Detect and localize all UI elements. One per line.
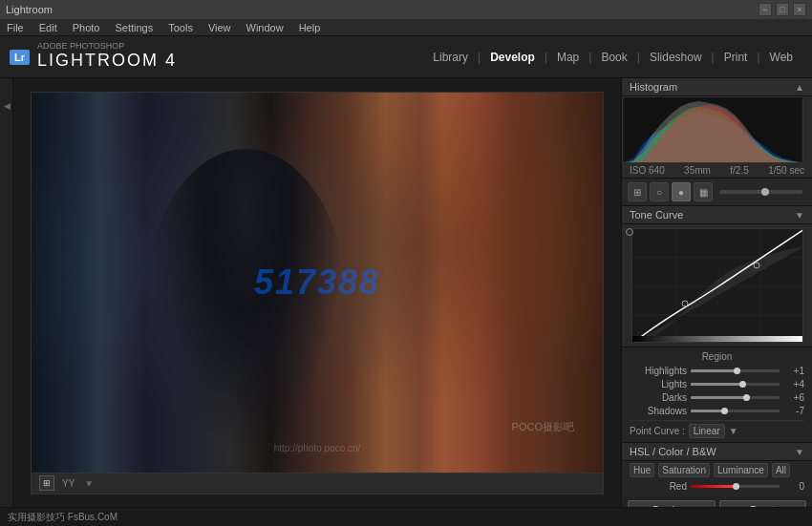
shadows-track[interactable] <box>691 410 780 412</box>
point-curve-row: Point Curve : Linear ▼ <box>630 420 804 438</box>
lights-track[interactable] <box>691 383 780 386</box>
menu-window[interactable]: Window <box>244 22 287 33</box>
highlights-row: Highlights +1 <box>630 366 804 376</box>
svg-rect-10 <box>632 336 803 343</box>
darks-value: +6 <box>783 392 804 403</box>
redeye-tool[interactable]: ● <box>672 182 691 201</box>
lights-label: Lights <box>630 379 687 389</box>
left-panel-arrow[interactable]: ◀ <box>2 101 11 111</box>
darks-track[interactable] <box>691 396 780 399</box>
tab-print[interactable]: Print <box>715 47 758 68</box>
app-title-main: LIGHTROOM 4 <box>37 51 177 71</box>
hsl-tab-hue[interactable]: Hue <box>630 463 654 477</box>
darks-thumb[interactable] <box>743 394 750 401</box>
tool-slider[interactable] <box>719 190 802 194</box>
lights-row: Lights +4 <box>630 379 804 389</box>
close-button[interactable]: × <box>793 3 806 16</box>
left-panel: ◀ <box>0 78 13 507</box>
app-logo: Lr ADOBE PHOTOSHOP LIGHTROOM 4 <box>10 43 177 71</box>
photo-frame: 517388 POCO摄影吧 http://photo.poco.cn/ <box>31 92 604 473</box>
menu-view[interactable]: View <box>205 22 234 33</box>
hist-shutter: 1/50 sec <box>768 165 804 176</box>
highlights-value: +1 <box>783 366 804 376</box>
highlights-thumb[interactable] <box>734 368 740 374</box>
previous-button[interactable]: Previous <box>628 500 716 507</box>
red-fill <box>691 485 736 488</box>
reset-button[interactable]: Reset <box>719 500 807 507</box>
region-label: Region <box>630 351 804 362</box>
red-thumb[interactable] <box>733 483 739 490</box>
hsl-tab-all[interactable]: All <box>772 463 790 477</box>
tone-curve-arrow[interactable]: ▼ <box>795 210 804 221</box>
highlights-label: Highlights <box>630 366 687 376</box>
histogram-meta: ISO 640 35mm f/2.5 1/50 sec <box>622 163 812 178</box>
tab-library[interactable]: Library <box>423 47 478 68</box>
highlights-track[interactable] <box>691 369 780 372</box>
action-buttons: Previous Reset <box>622 496 812 507</box>
tab-develop[interactable]: Develop <box>481 47 545 68</box>
hsl-tab-luminance[interactable]: Luminance <box>714 463 768 477</box>
hist-lens: 35mm <box>684 165 711 176</box>
point-curve-value[interactable]: Linear <box>689 424 725 438</box>
red-track[interactable] <box>691 485 780 488</box>
histogram-bars <box>622 96 803 163</box>
menu-settings[interactable]: Settings <box>112 22 156 33</box>
menu-tools[interactable]: Tools <box>165 22 196 33</box>
hsl-title: HSL / Color / B&W <box>630 446 716 457</box>
hist-iso: ISO 640 <box>630 165 665 176</box>
shadows-value: -7 <box>783 406 804 416</box>
tab-web[interactable]: Web <box>760 47 802 68</box>
lights-thumb[interactable] <box>739 381 746 388</box>
hsl-arrow[interactable]: ▼ <box>795 447 804 457</box>
menu-file[interactable]: File <box>4 22 27 33</box>
gradient-tool[interactable]: ▦ <box>694 182 713 201</box>
maximize-button[interactable]: □ <box>776 3 789 16</box>
darks-fill <box>691 396 746 399</box>
point-curve-arrow[interactable]: ▼ <box>729 426 738 436</box>
module-tabs: Library | Develop | Map | Book | Slidesh… <box>423 47 802 68</box>
main-content: ◀ 517388 POCO摄影吧 http://photo.poco.cn/ <box>0 78 812 507</box>
spot-tool[interactable]: ○ <box>650 182 669 201</box>
photo-placeholder: 517388 POCO摄影吧 http://photo.poco.cn/ <box>32 93 603 473</box>
tone-curve-header: Tone Curve ▼ <box>622 206 812 224</box>
photo-grid-icon[interactable]: ⊞ <box>39 475 54 491</box>
shadows-thumb[interactable] <box>721 408 728 414</box>
tab-map[interactable]: Map <box>547 47 588 68</box>
shadows-row: Shadows -7 <box>630 406 804 416</box>
shadows-label: Shadows <box>630 406 687 416</box>
darks-row: Darks +6 <box>630 392 804 403</box>
histogram-title: Histogram <box>630 81 677 93</box>
hsl-section: HSL / Color / B&W ▼ Hue Saturation Lumin… <box>622 442 812 496</box>
photo-bottom-bar: ⊞ YY ▼ <box>31 473 604 494</box>
right-panel: Histogram ▲ ISO 6 <box>621 78 812 507</box>
watermark2: POCO摄影吧 <box>512 420 574 434</box>
tone-curve-section: Tone Curve ▼ <box>622 206 812 347</box>
darks-label: Darks <box>630 392 687 403</box>
watermark: 517388 <box>254 263 380 303</box>
zoom-dropdown[interactable]: ▼ <box>84 478 94 489</box>
menu-edit[interactable]: Edit <box>36 22 60 33</box>
app-subtitle: ADOBE PHOTOSHOP <box>37 41 177 51</box>
tool-row: ⊞ ○ ● ▦ <box>622 179 812 206</box>
tab-slideshow[interactable]: Slideshow <box>640 47 712 68</box>
minimize-button[interactable]: − <box>759 3 772 16</box>
highlights-fill <box>691 369 737 372</box>
top-nav: Lr ADOBE PHOTOSHOP LIGHTROOM 4 Library |… <box>0 36 812 78</box>
photo-area: 517388 POCO摄影吧 http://photo.poco.cn/ ⊞ Y… <box>13 78 621 507</box>
tool-slider-thumb <box>761 188 769 196</box>
histogram-arrow[interactable]: ▲ <box>795 82 804 93</box>
hsl-tab-saturation[interactable]: Saturation <box>658 463 710 477</box>
crop-tool[interactable]: ⊞ <box>628 182 647 201</box>
menu-help[interactable]: Help <box>296 22 324 33</box>
hsl-sub-tabs: Hue Saturation Luminance All <box>622 461 812 479</box>
sliders-section: Region Highlights +1 Lights +4 Darks <box>622 347 812 442</box>
point-curve-label: Point Curve : <box>630 426 685 436</box>
menu-bar: File Edit Photo Settings Tools View Wind… <box>0 19 812 36</box>
menu-photo[interactable]: Photo <box>70 22 103 33</box>
tone-curve-graph[interactable] <box>631 228 803 343</box>
red-row: Red 0 <box>630 481 804 492</box>
red-label: Red <box>630 481 687 492</box>
lights-fill <box>691 383 742 386</box>
tab-book[interactable]: Book <box>591 47 636 68</box>
zoom-indicator: YY <box>62 478 75 489</box>
